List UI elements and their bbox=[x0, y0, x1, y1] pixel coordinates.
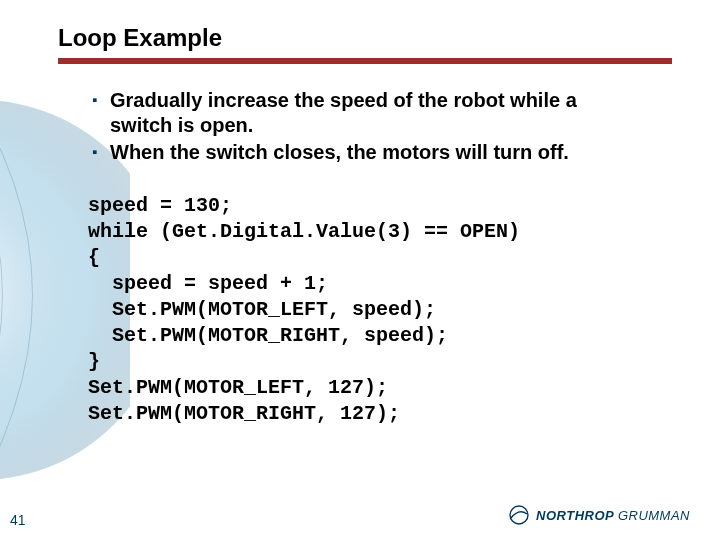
logo-text-part1: NORTHROP bbox=[536, 508, 614, 523]
slide-title: Loop Example bbox=[58, 24, 672, 58]
code-line: Set.PWM(MOTOR_RIGHT, speed); bbox=[88, 324, 448, 347]
title-underline bbox=[58, 58, 672, 64]
code-block: speed = 130; while (Get.Digital.Value(3)… bbox=[58, 193, 672, 427]
company-logo: NORTHROP GRUMMAN bbox=[508, 504, 690, 526]
code-line: } bbox=[88, 350, 100, 373]
bullet-text: When the switch closes, the motors will … bbox=[110, 140, 569, 165]
bullet-list: ▪ Gradually increase the speed of the ro… bbox=[58, 88, 672, 165]
square-bullet-icon: ▪ bbox=[92, 140, 110, 165]
code-line: speed = speed + 1; bbox=[88, 272, 328, 295]
code-line: { bbox=[88, 246, 100, 269]
logo-mark-icon bbox=[508, 504, 530, 526]
square-bullet-icon: ▪ bbox=[92, 88, 110, 138]
page-number: 41 bbox=[10, 512, 26, 528]
bullet-item: ▪ Gradually increase the speed of the ro… bbox=[92, 88, 642, 138]
bullet-item: ▪ When the switch closes, the motors wil… bbox=[92, 140, 642, 165]
code-line: while (Get.Digital.Value(3) == OPEN) bbox=[88, 220, 520, 243]
bullet-text: Gradually increase the speed of the robo… bbox=[110, 88, 642, 138]
code-line: speed = 130; bbox=[88, 194, 232, 217]
code-line: Set.PWM(MOTOR_LEFT, 127); bbox=[88, 376, 388, 399]
logo-text-part2: GRUMMAN bbox=[618, 508, 690, 523]
code-line: Set.PWM(MOTOR_LEFT, speed); bbox=[88, 298, 436, 321]
code-line: Set.PWM(MOTOR_RIGHT, 127); bbox=[88, 402, 400, 425]
logo-text: NORTHROP GRUMMAN bbox=[536, 508, 690, 523]
svg-point-1 bbox=[510, 506, 528, 524]
